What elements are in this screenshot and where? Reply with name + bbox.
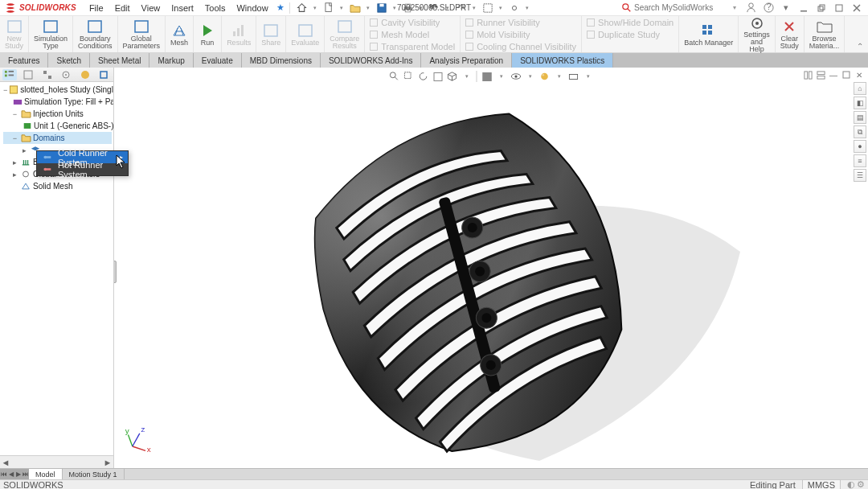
ribbon-browse-materia[interactable]: BrowseMateria... [805, 16, 845, 52]
tab-sketch[interactable]: Sketch [48, 53, 90, 68]
taskpane-home-icon[interactable]: ⌂ [854, 82, 866, 95]
doc-minimize-icon[interactable]: — [828, 69, 839, 80]
graphics-viewport[interactable]: ▾ ▾ ▾ ▾ ▾ — ✕ ⌂ ◧ ▤ ⧉ ● ≡ ☰ [114, 68, 868, 468]
chevron-down-icon[interactable]: ▾ [778, 2, 794, 14]
prev-view-icon[interactable] [417, 70, 430, 83]
new-icon[interactable] [320, 1, 338, 15]
ribbon-run[interactable]: Run [194, 16, 222, 52]
selection-icon[interactable] [479, 1, 497, 15]
feature-tree-tab-icon[interactable] [2, 69, 17, 80]
tree-node-injection-units[interactable]: −Injection Units [3, 108, 112, 120]
show-hide-domain-check[interactable]: Show/Hide Domain [587, 16, 674, 28]
home-icon[interactable] [293, 1, 311, 15]
nav-first-icon[interactable]: ⏮ [0, 471, 7, 478]
cooling-channel-visibility-check[interactable]: Cooling Channel Visibility [465, 40, 576, 52]
tab-solidworks-add-ins[interactable]: SOLIDWORKS Add-Ins [321, 53, 421, 68]
tab-model[interactable]: Model [29, 469, 63, 479]
doc-split2-icon[interactable] [815, 69, 826, 80]
menu-file[interactable]: File [84, 2, 108, 14]
taskpane-forum-icon[interactable]: ☰ [854, 169, 866, 182]
help-icon[interactable]: ? [760, 2, 776, 14]
dimxpert-tab-icon[interactable] [59, 69, 73, 80]
chevron-down-icon[interactable]: ▾ [461, 70, 473, 83]
chevron-down-icon[interactable]: ▾ [553, 70, 566, 83]
study-tree[interactable]: −slotted_holes Study (Single Material )S… [0, 82, 113, 455]
tab-sheet-metal[interactable]: Sheet Metal [90, 53, 149, 68]
scroll-right-icon[interactable]: ► [102, 458, 113, 467]
minimize-icon[interactable] [796, 2, 812, 14]
tree-node-domains[interactable]: −Domains [3, 132, 112, 144]
tree-node-solid-mesh[interactable]: Solid Mesh [3, 180, 112, 192]
maximize-icon[interactable] [831, 2, 847, 14]
hide-show-icon[interactable] [510, 70, 522, 83]
collapse-ribbon-icon[interactable]: ⌃ [857, 42, 863, 51]
ribbon-boundary-conditions[interactable]: BoundaryConditions [73, 16, 118, 52]
unit-system-button[interactable]: MMGS [802, 479, 841, 490]
star-icon[interactable]: ★ [276, 2, 285, 13]
taskpane-props-icon[interactable]: ≡ [854, 154, 866, 167]
section-view-icon[interactable] [432, 70, 444, 83]
menu-edit[interactable]: Edit [110, 2, 135, 14]
tab-features[interactable]: Features [0, 53, 48, 68]
runner-visibility-check[interactable]: Runner Visibility [465, 16, 576, 28]
chevron-down-icon[interactable]: ▾ [524, 70, 537, 83]
plastics-tab-icon[interactable] [96, 69, 111, 80]
taskpane-resources-icon[interactable]: ◧ [854, 97, 866, 109]
tab-motion-study[interactable]: Motion Study 1 [63, 469, 125, 479]
chevron-down-icon[interactable]: ▾ [366, 1, 371, 15]
zoom-area-icon[interactable] [403, 70, 416, 83]
tab-solidworks-plastics[interactable]: SOLIDWORKS Plastics [512, 53, 613, 68]
ribbon-settings-and-help[interactable]: SettingsandHelp [739, 16, 776, 52]
ribbon-simulation-type[interactable]: SimulationType [29, 16, 73, 52]
chevron-down-icon[interactable]: ▾ [472, 1, 477, 15]
status-icon-1[interactable]: ◐ [847, 479, 855, 489]
orientation-triad[interactable]: x y z [124, 425, 153, 454]
tab-analysis-preparation[interactable]: Analysis Preparation [421, 53, 512, 68]
menu-window[interactable]: Window [231, 2, 272, 14]
menu-view[interactable]: View [137, 2, 166, 14]
doc-maximize-icon[interactable] [841, 69, 852, 80]
chevron-down-icon[interactable]: ▾ [313, 1, 318, 15]
scroll-left-icon[interactable]: ◄ [0, 458, 11, 467]
nav-prev-icon[interactable]: ◀ [7, 471, 14, 478]
tree-node-unit-1-generic-abs-[interactable]: Unit 1 (-Generic ABS-) [3, 120, 112, 132]
tree-node-simulation-type-fill-pack[interactable]: Simulation Type: Fill + Pack [3, 96, 112, 108]
scene-icon[interactable] [567, 70, 580, 83]
zoom-fit-icon[interactable] [388, 70, 401, 83]
view-orientation-icon[interactable] [446, 70, 459, 83]
save-icon[interactable] [373, 1, 391, 15]
search-input[interactable] [634, 3, 731, 12]
domains-context-menu[interactable]: Cold Runner SystemHot Runner System [36, 150, 129, 176]
menu-insert[interactable]: Insert [166, 2, 199, 14]
pane-divider-handle[interactable] [114, 261, 117, 283]
cavity-visibility-check[interactable]: Cavity Visibility [370, 16, 455, 28]
appearance-icon[interactable] [538, 70, 551, 83]
tab-markup[interactable]: Markup [149, 53, 193, 68]
open-icon[interactable] [346, 1, 364, 15]
chevron-down-icon[interactable]: ▾ [525, 1, 530, 15]
taskpane-library-icon[interactable]: ▤ [854, 111, 866, 124]
duplicate-study-check[interactable]: Duplicate Study [587, 28, 674, 40]
display-style-icon[interactable] [481, 70, 493, 83]
mold-visibility-check[interactable]: Mold Visibility [465, 28, 576, 40]
chevron-down-icon[interactable]: ▾ [498, 1, 504, 15]
doc-split-icon[interactable] [802, 69, 813, 80]
ribbon-global-parameters[interactable]: GlobalParameters [118, 16, 166, 52]
settings-icon[interactable] [506, 1, 523, 15]
mesh-model-check[interactable]: Mesh Model [370, 28, 455, 40]
chevron-down-icon[interactable]: ▾ [495, 70, 508, 83]
context-hot-runner-system[interactable]: Hot Runner System [37, 163, 128, 175]
ribbon-batch manager[interactable]: Batch Manager [679, 16, 739, 52]
nav-next-icon[interactable]: ▶ [14, 471, 22, 478]
search-box[interactable]: ▾ [619, 2, 739, 14]
ribbon-clear-study[interactable]: ClearStudy [776, 16, 805, 52]
property-tab-icon[interactable] [21, 69, 35, 80]
search-dropdown-icon[interactable]: ▾ [733, 4, 736, 11]
tab-mbd-dimensions[interactable]: MBD Dimensions [242, 53, 321, 68]
close-icon[interactable] [849, 2, 865, 14]
ribbon-mesh[interactable]: Mesh [166, 16, 194, 52]
tree-root[interactable]: −slotted_holes Study (Single Material ) [3, 84, 112, 96]
transparent-model-check[interactable]: Transparent Model [370, 40, 455, 52]
config-tab-icon[interactable] [40, 69, 55, 80]
chevron-down-icon[interactable]: ▾ [582, 70, 595, 83]
